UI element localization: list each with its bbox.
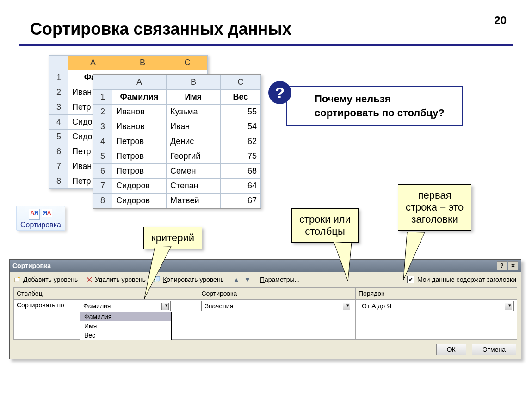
svg-marker-4 bbox=[403, 232, 425, 280]
delete-level-button[interactable]: Удалить уровень bbox=[86, 276, 146, 283]
sort-icon: АЯ bbox=[29, 209, 39, 220]
order-dropdown[interactable]: От А до Я bbox=[359, 301, 514, 311]
svg-marker-2 bbox=[334, 243, 352, 281]
dd-option[interactable]: Имя bbox=[80, 321, 171, 331]
sortby-label: Сортировать по bbox=[14, 300, 77, 339]
delete-icon bbox=[86, 276, 93, 283]
col-header-sorton: Сортировка bbox=[198, 288, 355, 300]
dd-option[interactable]: Вес bbox=[80, 331, 171, 340]
title-divider bbox=[19, 44, 513, 46]
column-dropdown[interactable]: Фамилия bbox=[80, 301, 171, 311]
add-level-button[interactable]: ✦ Добавить уровень bbox=[14, 276, 78, 283]
page-title: Сортировка связанных данных bbox=[30, 19, 291, 39]
callout-rows-cols: строки илистолбцы bbox=[291, 208, 359, 243]
sort-dialog: Сортировка ? ✕ ✦ Добавить уровень Удалит… bbox=[9, 259, 521, 359]
add-icon: ✦ bbox=[14, 276, 21, 283]
callout-tail bbox=[143, 245, 180, 301]
ribbon-sort-button[interactable]: АЯ ЯА Сортировка bbox=[16, 206, 65, 231]
sort-grid: Столбец Сортировать по Фамилия Фамилия И… bbox=[13, 288, 517, 340]
help-button[interactable]: ? bbox=[497, 261, 507, 270]
spreadsheet-front: ABC 1ФамилияИмяВес 2ИвановКузьма55 3Иван… bbox=[93, 74, 261, 209]
sort-icon: ЯА bbox=[42, 209, 52, 217]
callout-tail bbox=[402, 231, 430, 282]
callout-tail bbox=[333, 242, 365, 283]
question-icon: ? bbox=[268, 81, 291, 104]
dialog-titlebar: Сортировка ? ✕ bbox=[10, 260, 521, 272]
ok-button[interactable]: ОК bbox=[436, 344, 466, 355]
options-button[interactable]: Параметры... bbox=[260, 276, 300, 283]
column-dropdown-list[interactable]: Фамилия Имя Вес bbox=[80, 312, 172, 340]
move-down-button[interactable]: ▼ bbox=[243, 275, 252, 284]
cancel-button[interactable]: Отмена bbox=[472, 344, 516, 355]
sorton-dropdown[interactable]: Значения bbox=[201, 301, 352, 311]
col-header-order: Порядок bbox=[356, 288, 517, 300]
dialog-toolbar: ✦ Добавить уровень Удалить уровень Копир… bbox=[10, 272, 521, 288]
page-number: 20 bbox=[494, 14, 507, 27]
close-button[interactable]: ✕ bbox=[508, 261, 518, 270]
dd-option[interactable]: Фамилия bbox=[80, 312, 171, 321]
move-up-button[interactable]: ▲ bbox=[232, 275, 241, 284]
svg-text:✦: ✦ bbox=[17, 276, 21, 280]
question-box: Почему нельзя сортировать по столбцу? bbox=[286, 86, 463, 126]
dialog-title: Сортировка bbox=[12, 262, 51, 269]
callout-first-row: перваястрока – этозаголовки bbox=[398, 184, 471, 231]
svg-marker-0 bbox=[144, 246, 171, 299]
